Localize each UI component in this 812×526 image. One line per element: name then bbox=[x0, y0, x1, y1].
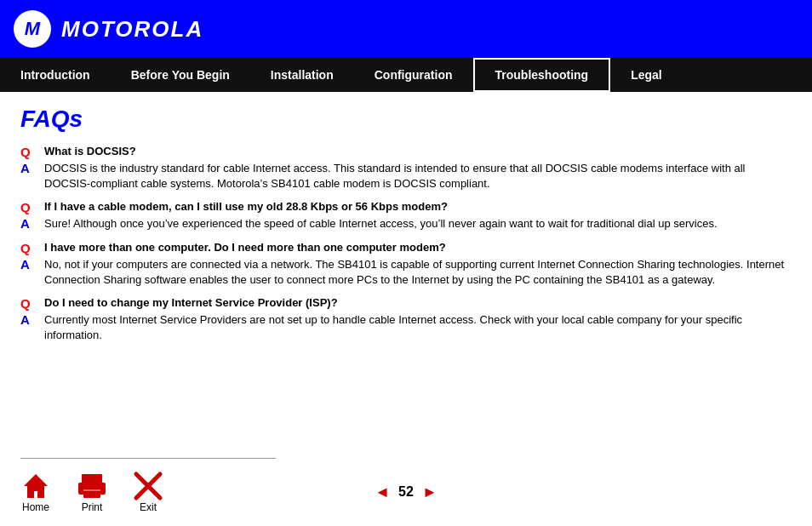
exit-icon bbox=[133, 471, 163, 501]
a-label-2: A bbox=[20, 216, 37, 231]
svg-rect-4 bbox=[83, 489, 100, 491]
q-text-2: If I have a cable modem, can I still use… bbox=[44, 200, 448, 213]
q-label-3: Q bbox=[20, 241, 37, 255]
print-icon bbox=[75, 471, 109, 501]
logo-m-letter: M bbox=[25, 18, 40, 40]
footer-nav: Home Print Exit bbox=[20, 471, 163, 513]
a-text-1: DOCSIS is the industry standard for cabl… bbox=[44, 161, 792, 192]
motorola-logo-circle: M bbox=[14, 10, 51, 48]
print-label: Print bbox=[82, 501, 103, 513]
a-label-1: A bbox=[20, 161, 37, 175]
main-nav: Introduction Before You Begin Installati… bbox=[0, 58, 812, 92]
print-button[interactable]: Print bbox=[75, 471, 109, 513]
brand-name: MOTOROLA bbox=[61, 16, 203, 43]
a-label-4: A bbox=[20, 312, 37, 327]
faq-item-3: Q I have more than one computer. Do I ne… bbox=[20, 241, 792, 288]
home-label: Home bbox=[22, 501, 49, 513]
main-content: FAQs Q What is DOCSIS? A DOCSIS is the i… bbox=[0, 92, 812, 458]
q-label-4: Q bbox=[20, 296, 37, 311]
q-text-3: I have more than one computer. Do I need… bbox=[44, 241, 446, 254]
nav-item-before-you-begin[interactable]: Before You Begin bbox=[111, 58, 250, 92]
prev-page-button[interactable]: ◄ bbox=[375, 483, 390, 501]
page-number: 52 bbox=[398, 484, 414, 500]
footer-divider bbox=[20, 458, 276, 459]
page-indicator: ◄ 52 ► bbox=[375, 483, 437, 501]
footer: Home Print Exit ◄ 52 ► bbox=[0, 458, 812, 526]
nav-item-configuration[interactable]: Configuration bbox=[354, 58, 473, 92]
next-page-button[interactable]: ► bbox=[422, 483, 437, 501]
faq-item-1: Q What is DOCSIS? A DOCSIS is the indust… bbox=[20, 145, 792, 192]
home-icon bbox=[20, 471, 51, 501]
a-text-3: No, not if your computers are connected … bbox=[44, 257, 792, 288]
q-text-4: Do I need to change my Internet Service … bbox=[44, 296, 338, 309]
nav-item-installation[interactable]: Installation bbox=[250, 58, 354, 92]
nav-item-troubleshooting[interactable]: Troubleshooting bbox=[473, 58, 611, 92]
faq-item-2: Q If I have a cable modem, can I still u… bbox=[20, 200, 792, 232]
exit-label: Exit bbox=[140, 501, 157, 513]
q-text-1: What is DOCSIS? bbox=[44, 145, 136, 157]
nav-item-legal[interactable]: Legal bbox=[610, 58, 683, 92]
home-button[interactable]: Home bbox=[20, 471, 51, 513]
a-label-3: A bbox=[20, 257, 37, 272]
exit-button[interactable]: Exit bbox=[133, 471, 163, 513]
page-title: FAQs bbox=[20, 106, 792, 133]
svg-marker-0 bbox=[24, 474, 48, 498]
q-label-2: Q bbox=[20, 200, 37, 214]
nav-item-introduction[interactable]: Introduction bbox=[0, 58, 111, 92]
a-text-2: Sure! Although once you’ve experienced t… bbox=[44, 216, 718, 232]
header: M MOTOROLA bbox=[0, 0, 812, 58]
q-label-1: Q bbox=[20, 145, 37, 159]
faq-item-4: Q Do I need to change my Internet Servic… bbox=[20, 296, 792, 343]
a-text-4: Currently most Internet Service Provider… bbox=[44, 312, 792, 343]
